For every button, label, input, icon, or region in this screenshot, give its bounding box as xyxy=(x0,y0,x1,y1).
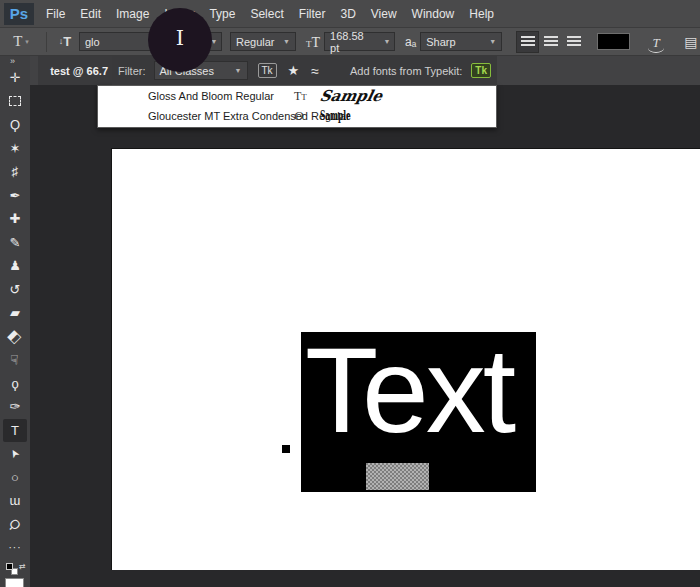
smudge-tool[interactable]: ☞ xyxy=(3,348,27,372)
text-orientation-button[interactable]: ↓T xyxy=(51,34,79,49)
font-list-item[interactable]: Gloss And Bloom Regular TT Sample xyxy=(98,86,496,106)
anti-alias-select[interactable]: Sharp ▼ xyxy=(420,32,502,51)
zoom-tool[interactable]: Ϙ xyxy=(3,513,27,537)
text-color-swatch[interactable] xyxy=(597,33,630,50)
menu-file[interactable]: File xyxy=(46,7,65,21)
edit-toolbar-button[interactable]: ··· xyxy=(3,536,27,560)
font-size-icon: TT xyxy=(306,33,320,51)
marquee-tool[interactable] xyxy=(3,90,27,114)
hand-tool[interactable]: ɯ xyxy=(3,489,27,513)
menu-edit[interactable]: Edit xyxy=(80,7,101,21)
pen-tool[interactable]: ✑ xyxy=(3,395,27,419)
lasso-tool[interactable]: Ϙ xyxy=(3,113,27,137)
chevron-down-icon: ▼ xyxy=(384,38,391,45)
brush-tool[interactable]: ✎ xyxy=(3,231,27,255)
brush-icon: ✎ xyxy=(10,235,21,250)
pen-icon: ✑ xyxy=(10,399,21,414)
align-left-button[interactable] xyxy=(516,31,539,53)
orientation-letter: T xyxy=(63,34,71,49)
photoshop-window: Ps File Edit Image Layer Type Select Fil… xyxy=(0,0,700,587)
align-center-button[interactable] xyxy=(539,31,562,53)
tools-panel: » ✛ Ϙ ✶ ♯ ✒ ✚ ✎ ♟ ↺ ▰ ◧ ☞ ϙ ✑ T ➤ ○ ɯ Ϙ … xyxy=(0,56,30,587)
align-right-button[interactable] xyxy=(562,31,585,53)
menu-items: File Edit Image Layer Type Select Filter… xyxy=(46,7,494,21)
options-bar: T ▾ ↓T ▼ Regular ▼ TT 168.58 pt ▼ aₐ Sha… xyxy=(0,28,700,56)
font-sample-text: Sample xyxy=(320,109,351,123)
add-fonts-label: Add fonts from Typekit: xyxy=(350,65,462,77)
photoshop-logo: Ps xyxy=(4,3,34,25)
font-size-dropdown-button[interactable]: ▼ xyxy=(380,32,395,51)
gray-checker-region xyxy=(366,463,429,490)
menu-window[interactable]: Window xyxy=(412,7,455,21)
font-list-item[interactable]: Gloucester MT Extra Condensed Regular O … xyxy=(98,106,496,126)
typekit-filter-button[interactable]: Tk xyxy=(258,63,277,78)
selection-arrow-icon: ➤ xyxy=(7,447,23,461)
history-brush-icon: ↺ xyxy=(10,282,21,297)
anti-alias-icon: aₐ xyxy=(405,35,416,49)
eyedropper-tool[interactable]: ✒ xyxy=(3,184,27,208)
align-center-icon xyxy=(544,36,558,47)
similar-fonts-icon[interactable]: ≈ xyxy=(311,63,319,79)
document-canvas[interactable]: Text xyxy=(111,148,700,570)
foreground-color-swatch[interactable] xyxy=(5,578,24,587)
dodge-tool[interactable]: ϙ xyxy=(3,372,27,396)
warp-arc-icon xyxy=(648,47,664,53)
collapse-panel-chevron[interactable]: » xyxy=(10,56,15,66)
history-brush-tool[interactable]: ↺ xyxy=(3,278,27,302)
align-right-icon xyxy=(567,36,581,47)
menu-view[interactable]: View xyxy=(371,7,397,21)
healing-brush-tool[interactable]: ✚ xyxy=(3,207,27,231)
ellipse-tool[interactable]: ○ xyxy=(3,466,27,490)
document-tab[interactable]: test @ 66.7 xyxy=(38,56,112,85)
default-colors-foreground-icon[interactable] xyxy=(6,563,13,570)
dodge-icon: ϙ xyxy=(11,376,18,391)
divider xyxy=(46,32,47,52)
move-tool[interactable]: ✛ xyxy=(3,66,27,90)
swap-colors-icon[interactable]: ⇄ xyxy=(19,562,26,571)
color-controls: ⇄ xyxy=(3,562,27,587)
menu-3d[interactable]: 3D xyxy=(340,7,355,21)
menu-filter[interactable]: Filter xyxy=(299,7,326,21)
type-tool[interactable]: T xyxy=(3,419,27,443)
opentype-icon: O xyxy=(294,108,303,124)
type-tool-icon: T xyxy=(13,33,22,50)
typekit-badge-button[interactable]: Tk xyxy=(471,63,491,78)
gradient-icon: ◧ xyxy=(5,327,24,346)
warp-text-button[interactable]: T xyxy=(646,33,666,51)
canvas-text-layer[interactable]: Text xyxy=(305,330,513,450)
cursor-highlight: I xyxy=(148,8,212,72)
menu-help[interactable]: Help xyxy=(469,7,494,21)
truetype-icon: TT xyxy=(294,89,307,104)
clone-stamp-tool[interactable]: ♟ xyxy=(3,254,27,278)
text-anchor-mark xyxy=(282,445,290,453)
quick-selection-tool[interactable]: ✶ xyxy=(3,137,27,161)
eraser-icon: ▰ xyxy=(10,305,20,320)
chevron-down-icon: ▾ xyxy=(25,38,29,46)
crop-tool[interactable]: ♯ xyxy=(3,160,27,184)
font-name: Gloss And Bloom Regular xyxy=(148,90,274,102)
marquee-icon xyxy=(9,96,21,106)
tool-preset-picker[interactable]: T ▾ xyxy=(0,33,42,50)
menu-image[interactable]: Image xyxy=(116,7,149,21)
font-sample-text: Sample xyxy=(318,87,384,105)
gradient-tool[interactable]: ◧ xyxy=(3,325,27,349)
healing-brush-icon: ✚ xyxy=(10,211,21,226)
filter-label: Filter: xyxy=(118,65,146,77)
magnifier-icon: Ϙ xyxy=(6,515,24,533)
chevron-down-icon: ▼ xyxy=(489,38,496,45)
eyedropper-icon: ✒ xyxy=(10,188,21,203)
chevron-down-icon: ▼ xyxy=(235,67,242,74)
lasso-icon: Ϙ xyxy=(10,117,20,132)
menu-type[interactable]: Type xyxy=(209,7,235,21)
font-size-input[interactable]: 168.58 pt xyxy=(324,32,380,51)
menu-bar: Ps File Edit Image Layer Type Select Fil… xyxy=(0,0,700,28)
menu-select[interactable]: Select xyxy=(250,7,283,21)
clone-stamp-icon: ♟ xyxy=(9,258,21,273)
favorites-star-icon[interactable]: ★ xyxy=(288,63,300,78)
anti-alias-value: Sharp xyxy=(426,36,455,48)
hand-icon: ɯ xyxy=(10,493,21,508)
eraser-tool[interactable]: ▰ xyxy=(3,301,27,325)
path-selection-tool[interactable]: ➤ xyxy=(3,442,27,466)
toggle-panels-button[interactable]: ▤ xyxy=(684,34,697,50)
font-style-select[interactable]: Regular ▼ xyxy=(230,32,296,51)
